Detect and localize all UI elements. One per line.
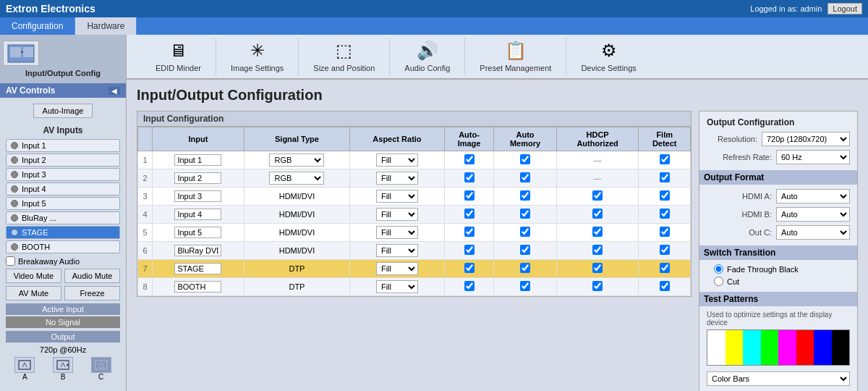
auto-memory-cell[interactable] — [494, 260, 557, 278]
auto-memory-cell[interactable] — [494, 242, 557, 260]
sidebar-input-5[interactable]: Input 5 — [6, 197, 120, 210]
hdcp-check-5[interactable] — [592, 245, 603, 255]
input-name-field-7[interactable] — [174, 281, 221, 293]
input-name-cell[interactable] — [153, 206, 244, 224]
icon-bar-audio-config[interactable]: 🔊 Audio Config — [390, 38, 465, 75]
film-detect-check-5[interactable] — [660, 245, 670, 255]
refresh-select[interactable]: 60 Hz 50 Hz 30 Hz — [776, 150, 850, 164]
input-name-field-3[interactable] — [174, 209, 221, 220]
aspect-ratio-cell[interactable]: FillFollowCrop16:94:3 — [350, 151, 445, 169]
signal-select-0[interactable]: RGBHDMI/DVIDTP — [269, 154, 324, 167]
auto-image-cell[interactable] — [444, 260, 493, 278]
hdcp-check-7[interactable] — [592, 281, 603, 291]
auto-memory-check-6[interactable] — [520, 263, 530, 273]
film-detect-check-6[interactable] — [660, 263, 670, 273]
signal-type-cell[interactable]: HDMI/DVI — [244, 206, 349, 224]
av-controls-toggle[interactable]: ◀ — [109, 87, 120, 95]
auto-memory-cell[interactable] — [494, 169, 557, 188]
auto-image-cell[interactable] — [444, 242, 493, 260]
film-detect-cell[interactable] — [639, 151, 691, 169]
aspect-ratio-cell[interactable]: FillFollowCrop16:94:3 — [350, 169, 445, 188]
cut-radio[interactable] — [714, 277, 723, 286]
film-detect-cell[interactable] — [639, 278, 691, 296]
auto-memory-cell[interactable] — [494, 278, 557, 296]
film-detect-cell[interactable] — [639, 188, 691, 206]
aspect-ratio-cell[interactable]: FillFollowCrop16:94:3 — [350, 242, 445, 260]
signal-select-1[interactable]: RGBHDMI/DVIDTP — [269, 172, 324, 185]
film-detect-check-4[interactable] — [660, 227, 670, 237]
resolution-select[interactable]: 720p (1280x720) 1080p (1920x1080) 1024x7… — [762, 132, 850, 146]
logout-button[interactable]: Logout — [827, 3, 862, 14]
input-name-cell[interactable] — [153, 242, 244, 260]
auto-image-check-3[interactable] — [464, 209, 475, 219]
auto-image-cell[interactable] — [444, 169, 493, 188]
hdmi-a-select[interactable]: AutoHDMIDVI — [776, 189, 850, 203]
input-name-cell[interactable] — [153, 278, 244, 296]
input-name-field-2[interactable] — [174, 190, 221, 202]
freeze-button[interactable]: Freeze — [64, 286, 120, 300]
auto-memory-check-1[interactable] — [520, 172, 530, 182]
aspect-select-7[interactable]: FillFollowCrop16:94:3 — [376, 280, 418, 293]
test-pattern-select[interactable]: Color Bars Ramp Cross Hatch Burst — [707, 371, 850, 386]
signal-type-cell[interactable]: HDMI/DVI — [244, 188, 349, 206]
auto-image-check-7[interactable] — [464, 281, 475, 291]
film-detect-check-3[interactable] — [660, 209, 670, 219]
hdcp-cell[interactable] — [556, 260, 639, 278]
film-detect-cell[interactable] — [639, 169, 691, 188]
breakaway-audio-checkbox[interactable] — [6, 256, 15, 266]
auto-image-check-1[interactable] — [464, 172, 475, 182]
input-name-cell[interactable] — [153, 224, 244, 242]
input-name-field-5[interactable] — [174, 245, 221, 256]
auto-image-check-0[interactable] — [464, 154, 475, 164]
signal-type-cell[interactable]: DTP — [244, 260, 349, 278]
film-detect-cell[interactable] — [639, 206, 691, 224]
aspect-select-5[interactable]: FillFollowCrop16:94:3 — [376, 244, 418, 257]
icon-bar-preset-management[interactable]: 📋 Preset Management — [465, 38, 566, 75]
audio-mute-button[interactable]: Audio Mute — [64, 269, 120, 283]
film-detect-cell[interactable] — [639, 260, 691, 278]
aspect-ratio-cell[interactable]: FillFollowCrop16:94:3 — [350, 224, 445, 242]
auto-image-cell[interactable] — [444, 278, 493, 296]
input-name-field-4[interactable] — [174, 227, 221, 238]
signal-type-cell[interactable]: HDMI/DVI — [244, 242, 349, 260]
aspect-select-4[interactable]: FillFollowCrop16:94:3 — [376, 226, 418, 239]
input-name-field-1[interactable] — [174, 172, 221, 184]
aspect-ratio-cell[interactable]: FillFollowCrop16:94:3 — [350, 278, 445, 296]
hdcp-check-6[interactable] — [592, 263, 603, 273]
auto-image-check-5[interactable] — [464, 245, 475, 255]
tab-hardware[interactable]: Hardware — [75, 17, 137, 35]
hdcp-cell[interactable]: — — [556, 151, 639, 169]
auto-memory-check-5[interactable] — [520, 245, 530, 255]
icon-bar-image-settings[interactable]: ✳ Image Settings — [216, 38, 299, 75]
hdcp-cell[interactable]: — — [556, 169, 639, 188]
icon-bar-device-settings[interactable]: ⚙ Device Settings — [566, 38, 650, 75]
hdcp-cell[interactable] — [556, 278, 639, 296]
icon-bar-edid-minder[interactable]: 🖥 EDID Minder — [141, 38, 216, 75]
hdcp-check-2[interactable] — [592, 190, 603, 201]
signal-type-cell[interactable]: DTP — [244, 278, 349, 296]
out-c-select[interactable]: AutoHDMIDVI — [776, 225, 850, 240]
sidebar-input-3[interactable]: Input 3 — [6, 168, 120, 181]
hdcp-cell[interactable] — [556, 224, 639, 242]
auto-image-check-4[interactable] — [464, 227, 475, 237]
auto-memory-cell[interactable] — [494, 224, 557, 242]
aspect-select-6[interactable]: FillFollowCrop16:94:3 — [376, 262, 418, 275]
hdcp-cell[interactable] — [556, 242, 639, 260]
auto-memory-check-4[interactable] — [520, 227, 530, 237]
sidebar-input-bluray[interactable]: BluRay ... — [6, 211, 120, 224]
auto-image-cell[interactable] — [444, 151, 493, 169]
input-name-field-0[interactable] — [174, 154, 221, 166]
sidebar-input-1[interactable]: Input 1 — [6, 139, 120, 152]
sidebar-input-4[interactable]: Input 4 — [6, 182, 120, 196]
film-detect-check-2[interactable] — [660, 190, 670, 201]
hdcp-cell[interactable] — [556, 188, 639, 206]
auto-memory-check-3[interactable] — [520, 209, 530, 219]
auto-memory-cell[interactable] — [494, 188, 557, 206]
sidebar-input-booth[interactable]: BOOTH — [6, 240, 120, 253]
signal-type-cell[interactable]: HDMI/DVI — [244, 224, 349, 242]
auto-image-button[interactable]: Auto-Image — [33, 104, 93, 118]
fade-radio[interactable] — [714, 264, 723, 274]
auto-memory-cell[interactable] — [494, 151, 557, 169]
auto-memory-check-7[interactable] — [520, 281, 530, 291]
icon-bar-size-position[interactable]: ⬚ Size and Position — [299, 38, 390, 75]
